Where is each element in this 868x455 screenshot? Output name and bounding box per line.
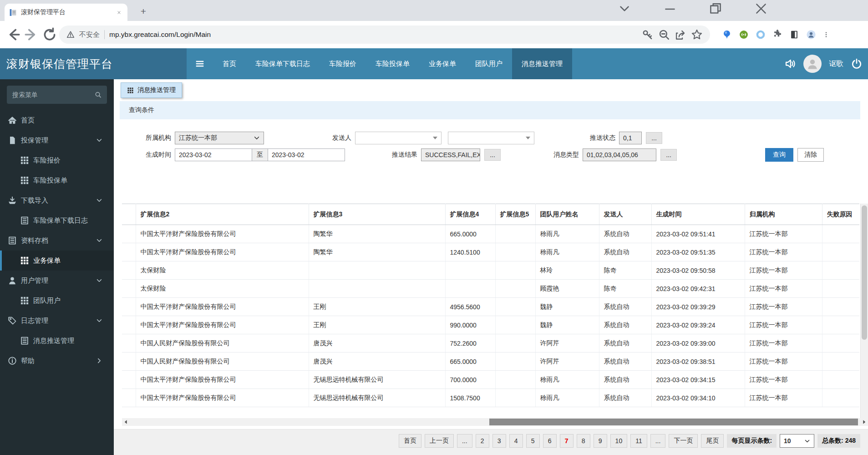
top-nav-item[interactable]: 车险报价	[320, 48, 366, 79]
avatar[interactable]	[803, 55, 822, 73]
search-icon[interactable]	[95, 91, 102, 99]
share-icon[interactable]	[675, 29, 686, 41]
table-row[interactable]: 中国太平洋财产保险股份有限公司陶繁华1240.5100稌雨凡系统自动2023-0…	[122, 243, 859, 261]
page-size-select[interactable]: 10	[780, 434, 814, 448]
kebab-menu-icon[interactable]	[823, 30, 829, 40]
balloon-extension-icon[interactable]	[722, 30, 732, 40]
page-button-8[interactable]: 8	[577, 434, 590, 448]
profile-icon[interactable]	[806, 30, 816, 40]
reading-mode-icon[interactable]	[789, 30, 799, 40]
table-row[interactable]: 中国人民财产保险股份有限公司唐茂兴752.2600许阿芹系统自动2023-03-…	[122, 334, 859, 353]
top-nav-item[interactable]: 首页	[213, 48, 246, 79]
push-status-more-button[interactable]: ...	[646, 132, 662, 144]
page-tab-chip[interactable]: 消息推送管理	[121, 82, 182, 98]
top-nav-item[interactable]: 车险保单下载日志	[246, 48, 320, 79]
table-row[interactable]: 太保财险顾霞艳陈奇2023-03-02 09:42:31江苏统一本部	[122, 280, 859, 298]
scroll-right-arrow-icon[interactable]	[860, 418, 868, 426]
org-select[interactable]: 江苏统一本部	[175, 132, 264, 144]
push-status-input[interactable]: 0,1	[619, 132, 642, 144]
table-row[interactable]: 中国太平洋财产保险股份有限公司王刚4956.5600魏静系统自动2023-03-…	[122, 298, 859, 316]
vertical-scroll-thumb[interactable]	[862, 205, 867, 340]
page-button-3[interactable]: 3	[492, 434, 506, 448]
top-nav-item[interactable]: 车险投保单	[366, 48, 419, 79]
power-icon[interactable]	[851, 58, 863, 70]
url-text[interactable]: mp.ybx.greatcai.com/Login/Main	[109, 31, 637, 39]
page-button-首页[interactable]: 首页	[399, 434, 421, 448]
sidebar-item-下载导入[interactable]: 下载导入	[0, 190, 114, 210]
table-row[interactable]: 中国人民财产保险股份有限公司唐茂兴665.0000许阿芹系统自动2023-03-…	[122, 353, 859, 371]
browser-tab[interactable]: 滚财保管理平台	[5, 4, 127, 21]
table-cell: 稌雨凡	[535, 371, 599, 389]
sender-combobox-1[interactable]	[355, 132, 442, 144]
blue-extension-icon[interactable]	[756, 30, 766, 40]
page-button-10[interactable]: 10	[610, 434, 628, 448]
back-icon[interactable]	[5, 27, 21, 42]
minimize-icon[interactable]	[662, 1, 678, 16]
reload-icon[interactable]	[42, 27, 57, 42]
table-vertical-scrollbar[interactable]	[860, 204, 868, 418]
sidebar-item-首页[interactable]: 首页	[0, 110, 114, 130]
window-menu-chevron-icon[interactable]	[617, 1, 632, 16]
sidebar-item-日志管理[interactable]: 日志管理	[0, 311, 114, 331]
date-separator: 至	[252, 148, 268, 161]
clear-button[interactable]: 清除	[797, 148, 824, 162]
page-button-7[interactable]: 7	[560, 434, 574, 448]
sidebar-item-消息推送管理[interactable]: 消息推送管理	[0, 331, 114, 351]
omnibox[interactable]: 不安全 mp.ybx.greatcai.com/Login/Main	[59, 26, 710, 44]
sidebar-item-资料存档[interactable]: 资料存档	[0, 230, 114, 251]
sidebar-item-业务保单[interactable]: 业务保单	[0, 251, 114, 271]
table-horizontal-scrollbar[interactable]	[122, 418, 868, 426]
page-button-11[interactable]: 11	[630, 434, 647, 448]
forward-icon[interactable]	[24, 27, 39, 42]
scroll-left-arrow-icon[interactable]	[122, 418, 130, 426]
page-button-下一页[interactable]: 下一页	[669, 434, 698, 448]
sidebar-item-车险报价[interactable]: 车险报价	[0, 150, 114, 170]
table-row[interactable]: 中国太平洋财产保险股份有限公司无锡思远特机械有限公司700.0000稌雨凡系统自…	[122, 371, 859, 389]
table-row[interactable]: 中国太平洋财产保险股份有限公司无锡思远特机械有限公司1508.7500稌雨凡系统…	[122, 389, 859, 407]
puzzle-icon[interactable]	[772, 30, 782, 40]
sidebar-item-用户管理[interactable]: 用户管理	[0, 271, 114, 291]
top-nav-item[interactable]: 消息推送管理	[512, 48, 572, 79]
top-nav-item[interactable]: 团队用户	[466, 48, 512, 79]
sidebar-item-团队用户[interactable]: 团队用户	[0, 291, 114, 311]
sidebar-toggle-button[interactable]	[187, 48, 213, 79]
date-from-input[interactable]: 2023-03-02	[175, 148, 252, 161]
sender-combobox-2[interactable]	[448, 132, 534, 144]
restore-icon[interactable]	[708, 1, 723, 16]
page-button-4[interactable]: 4	[509, 434, 523, 448]
page-ellipsis-button[interactable]: ...	[457, 434, 472, 448]
green-extension-icon[interactable]	[739, 30, 749, 40]
sidebar-item-投保管理[interactable]: 投保管理	[0, 130, 114, 150]
push-result-more-button[interactable]: ...	[484, 149, 501, 161]
msg-type-more-button[interactable]: ...	[660, 149, 677, 161]
push-result-input[interactable]: SUCCESS,FAIL,EXI	[421, 148, 480, 161]
sidebar-item-车险投保单[interactable]: 车险投保单	[0, 170, 114, 190]
username[interactable]: 讴歌	[829, 59, 843, 69]
speaker-icon[interactable]	[784, 58, 796, 70]
table-row[interactable]: 中国太平洋财产保险股份有限公司陶繁华665.0000稌雨凡系统自动2023-03…	[122, 225, 859, 243]
page-button-5[interactable]: 5	[526, 434, 540, 448]
page-button-尾页[interactable]: 尾页	[701, 434, 724, 448]
sidebar-item-帮助[interactable]: 帮助	[0, 351, 114, 371]
sidebar-item-车险保单下载日志[interactable]: 车险保单下载日志	[0, 210, 114, 230]
top-nav-item[interactable]: 业务保单	[419, 48, 466, 79]
date-to-input[interactable]: 2023-03-02	[268, 148, 345, 161]
table-row[interactable]: 中国太平洋财产保险股份有限公司王刚990.0000魏静系统自动2023-03-0…	[122, 316, 859, 334]
tab-close-icon[interactable]	[115, 9, 123, 16]
page-ellipsis-button[interactable]: ...	[650, 434, 666, 448]
zoom-icon[interactable]	[658, 29, 670, 41]
new-tab-button[interactable]: +	[137, 5, 150, 18]
page-button-2[interactable]: 2	[476, 434, 489, 448]
security-label[interactable]: 不安全	[79, 31, 100, 39]
close-icon[interactable]	[753, 1, 769, 16]
page-button-6[interactable]: 6	[543, 434, 557, 448]
msg-type-input[interactable]: 01,02,03,04,05,06	[583, 148, 656, 161]
star-icon[interactable]	[691, 29, 703, 41]
query-button[interactable]: 查询	[765, 148, 793, 162]
table-row[interactable]: 太保财险林玲陈奇2023-03-02 09:50:58江苏统一本部	[122, 261, 859, 280]
page-button-9[interactable]: 9	[594, 434, 607, 448]
key-icon[interactable]	[642, 29, 654, 41]
sidebar-search-input[interactable]	[12, 91, 95, 98]
horizontal-scroll-thumb[interactable]	[489, 419, 858, 425]
page-button-上一页[interactable]: 上一页	[425, 434, 454, 448]
